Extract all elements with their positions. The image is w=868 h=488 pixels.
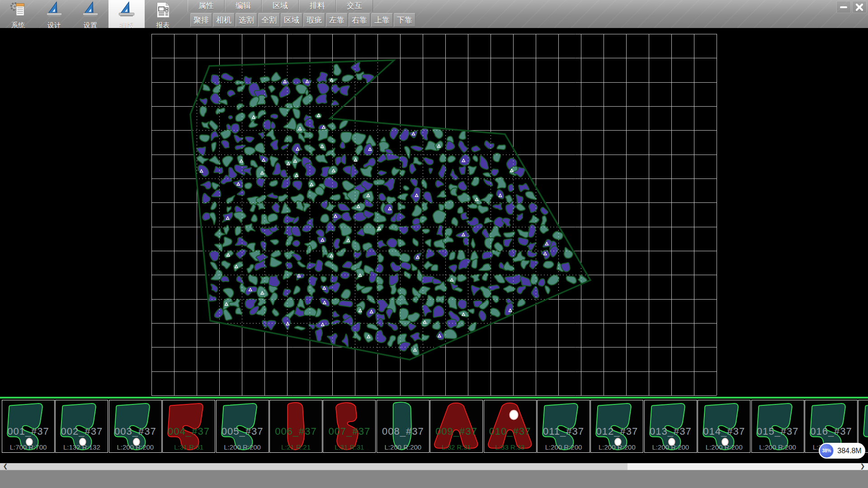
memory-usage-badge: 38% 384.8M xyxy=(819,443,865,459)
piece-id-label: 013_#37 xyxy=(645,426,697,437)
tool-button-3[interactable]: 选割 xyxy=(236,13,257,27)
piece-id-label: 015_#37 xyxy=(752,426,804,437)
piece-thumbnail-strip: 001_#37L:700 R:700002_#37L:132 R:132003_… xyxy=(0,397,868,455)
close-button[interactable] xyxy=(852,1,867,13)
piece-id-label: 014_#37 xyxy=(698,426,750,437)
piece-count-label: L:200 R:200 xyxy=(538,443,590,451)
mode-button-label: 系统 xyxy=(11,21,25,28)
mode-button-label: 设置 xyxy=(84,21,97,28)
mode-button-5[interactable]: 报表 xyxy=(145,0,181,28)
scroll-right-arrow-icon[interactable]: ❯ xyxy=(857,463,868,470)
app-mode-buttons: 系统设计设置排版报表 xyxy=(0,0,181,28)
minimize-icon xyxy=(840,5,848,9)
piece-count-label: L:31 R:31 xyxy=(163,443,215,451)
piece-thumbnail-6[interactable]: 006_#37L:21 R:21 xyxy=(269,400,322,453)
piece-thumbnail-14[interactable]: 014_#37L:200 R:200 xyxy=(698,400,750,453)
mode-button-1[interactable]: 系统 xyxy=(0,0,36,28)
memory-value: 384.8M xyxy=(834,447,865,455)
piece-thumbnail-9[interactable]: 009_#37L:32 R:31 xyxy=(430,400,483,453)
piece-thumbnail-3[interactable]: 003_#37L:200 R:200 xyxy=(109,400,162,453)
close-icon xyxy=(856,4,863,11)
menu-item-2[interactable]: 编辑 xyxy=(225,0,262,12)
tool-button-9[interactable]: 上靠 xyxy=(371,13,393,27)
piece-thumbnail-1[interactable]: 001_#37L:700 R:700 xyxy=(2,400,55,453)
piece-id-label: 016_#37 xyxy=(805,426,857,437)
tool-button-10[interactable]: 下靠 xyxy=(394,13,415,27)
scrollbar-thumb[interactable] xyxy=(0,463,627,470)
piece-id-label: 002_#37 xyxy=(56,426,108,437)
gear-clipboard-icon xyxy=(9,1,27,21)
mode-button-2[interactable]: 设计 xyxy=(36,0,72,28)
piece-count-label: L:200 R:200 xyxy=(109,443,161,451)
menu-item-5[interactable]: 交互 xyxy=(336,0,373,12)
piece-thumbnail-11[interactable]: 011_#37L:200 R:200 xyxy=(537,400,590,453)
piece-id-label: 010_#37 xyxy=(484,426,536,437)
piece-thumbnail-7[interactable]: 007_#37L:31 R:31 xyxy=(323,400,376,453)
piece-count-label: L:33 R:33 xyxy=(484,443,536,451)
menu-item-1[interactable]: 属性 xyxy=(188,0,225,12)
usage-percent-indicator: 38% xyxy=(820,444,834,458)
piece-thumbnail-8[interactable]: 008_#37L:200 R:200 xyxy=(377,400,429,453)
piece-count-label: L:200 R:200 xyxy=(217,443,269,451)
mode-button-label: 排版 xyxy=(120,21,133,28)
piece-count-label: L:200 R:200 xyxy=(645,443,697,451)
horizontal-scrollbar[interactable]: ❮ ❯ xyxy=(0,463,868,470)
piece-id-label: 009_#37 xyxy=(430,426,482,437)
mode-button-label: 报表 xyxy=(156,21,170,28)
piece-id-label: 011_#37 xyxy=(538,426,590,437)
piece-thumbnail-5[interactable]: 005_#37L:200 R:200 xyxy=(216,400,269,453)
tool-button-4[interactable]: 全割 xyxy=(258,13,280,27)
mode-button-label: 设计 xyxy=(47,21,61,28)
mode-button-3[interactable]: 设置 xyxy=(72,0,108,28)
piece-count-label: L:200 R:200 xyxy=(698,443,750,451)
set-square-icon xyxy=(118,1,136,21)
piece-count-label: L:31 R:31 xyxy=(323,443,375,451)
piece-count-label: L:21 R:21 xyxy=(270,443,322,451)
ribbon: 系统设计设置排版报表 属性编辑区域排料交互 聚排相机选割全割区域瑕疵左靠右靠上靠… xyxy=(0,0,868,28)
tool-button-2[interactable]: 相机 xyxy=(213,13,235,27)
tool-button-1[interactable]: 聚排 xyxy=(190,13,212,27)
menu-item-3[interactable]: 区域 xyxy=(262,0,299,12)
piece-thumbnail-12[interactable]: 012_#37L:200 R:200 xyxy=(590,400,643,453)
piece-count-label: L:200 R:200 xyxy=(377,443,429,451)
piece-count-label: L:32 R:31 xyxy=(430,443,482,451)
piece-id-label: 012_#37 xyxy=(591,426,643,437)
piece-count-label: L:700 R:700 xyxy=(2,443,54,451)
piece-count-label: L:200 R:200 xyxy=(752,443,804,451)
piece-id-label: 003_#37 xyxy=(109,426,161,437)
piece-id-label: 004_#37 xyxy=(163,426,215,437)
tool-button-6[interactable]: 瑕疵 xyxy=(303,13,325,27)
status-bar xyxy=(0,470,868,488)
menu-item-4[interactable]: 排料 xyxy=(299,0,336,12)
piece-id-label: 006_#37 xyxy=(270,426,322,437)
piece-thumbnail-2[interactable]: 002_#37L:132 R:132 xyxy=(55,400,108,453)
window-controls xyxy=(836,1,867,13)
tool-button-8[interactable]: 右靠 xyxy=(349,13,370,27)
piece-id-label: 005_#37 xyxy=(217,426,269,437)
minimize-button[interactable] xyxy=(836,1,851,13)
piece-thumbnail-15[interactable]: 015_#37L:200 R:200 xyxy=(751,400,804,453)
piece-thumbnail-10[interactable]: 010_#37L:33 R:33 xyxy=(484,400,537,453)
piece-thumbnail-13[interactable]: 013_#37L:200 R:200 xyxy=(644,400,697,453)
piece-thumbnail-4[interactable]: 004_#37L:31 R:31 xyxy=(162,400,215,453)
piece-count-label: L:200 R:200 xyxy=(591,443,643,451)
report-document-icon xyxy=(154,1,172,21)
piece-id-label: 007_#37 xyxy=(323,426,375,437)
mode-button-4[interactable]: 排版 xyxy=(108,0,145,28)
scroll-left-arrow-icon[interactable]: ❮ xyxy=(0,463,11,470)
nesting-canvas[interactable] xyxy=(0,28,868,397)
tool-button-5[interactable]: 区域 xyxy=(281,13,302,27)
piece-id-label: 001_#37 xyxy=(2,426,54,437)
tool-button-7[interactable]: 左靠 xyxy=(326,13,348,27)
menu-bar: 属性编辑区域排料交互 xyxy=(188,0,373,12)
set-square-icon xyxy=(45,1,63,21)
set-square-icon xyxy=(81,1,99,21)
piece-count-label: L:132 R:132 xyxy=(56,443,108,451)
tool-bar: 聚排相机选割全割区域瑕疵左靠右靠上靠下靠 xyxy=(190,13,415,27)
piece-id-label: 008_#37 xyxy=(377,426,429,437)
